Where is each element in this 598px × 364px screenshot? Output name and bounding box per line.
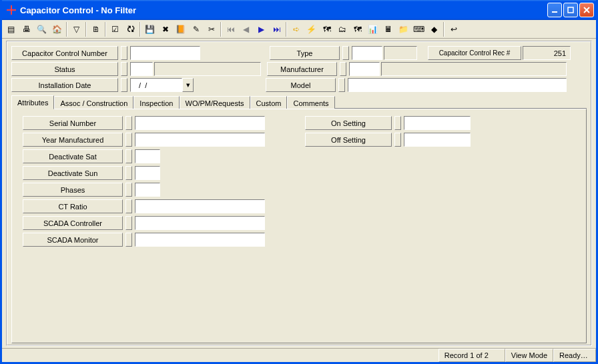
label-ct-ratio: CT Ratio	[23, 199, 123, 213]
label-off-setting: Off Setting	[305, 133, 392, 147]
input-scada-monitor[interactable]	[135, 233, 265, 247]
tab-wo-pm-requests[interactable]: WO/PM/Requests	[180, 96, 250, 109]
label-model: Model	[266, 78, 336, 92]
lookup-button[interactable]	[342, 46, 349, 60]
tab-inspection[interactable]: Inspection	[133, 96, 179, 109]
minimize-button[interactable]	[547, 3, 562, 17]
toolbar-calc-icon[interactable]: 🖩	[380, 22, 396, 37]
toolbar-chart-icon[interactable]: 📊	[365, 22, 380, 37]
display-manufacturer-name	[381, 62, 567, 76]
toolbar-folder-icon[interactable]: 📁	[396, 22, 411, 37]
tabbar: Attributes Assoc / Construction Inspecti…	[11, 95, 587, 109]
chevron-down-icon[interactable]: ▾	[182, 78, 194, 92]
input-ct-ratio[interactable]	[135, 199, 265, 213]
toolbar-tree-icon[interactable]: 🗂	[334, 22, 350, 37]
svg-line-4	[584, 7, 589, 13]
lookup-button[interactable]	[121, 62, 127, 76]
status-record: Record 1 of 2	[438, 349, 505, 362]
input-off-setting[interactable]	[404, 133, 471, 147]
label-phases: Phases	[23, 183, 123, 197]
value-rec-number: 251	[523, 46, 571, 60]
lookup-button[interactable]	[394, 116, 401, 130]
lookup-button[interactable]	[125, 216, 132, 230]
toolbar-form-icon[interactable]: ☑	[107, 22, 123, 37]
toolbar-help-icon[interactable]: ◆	[426, 22, 442, 37]
toolbar-cut-icon[interactable]: ✂	[204, 22, 219, 37]
label-scada-monitor: SCADA Monitor	[23, 233, 123, 247]
toolbar-first-icon[interactable]: ⏮	[223, 22, 238, 37]
toolbar-book-icon[interactable]: 📙	[173, 22, 188, 37]
toolbar-keyboard-icon[interactable]: ⌨	[411, 22, 426, 37]
main-frame: Capacitor Control Number Type Capacitor …	[6, 41, 592, 346]
close-button[interactable]	[579, 3, 594, 17]
lookup-button[interactable]	[125, 116, 132, 130]
toolbar-last-icon[interactable]: ⏭	[269, 22, 284, 37]
lookup-button[interactable]	[340, 62, 346, 76]
toolbar-home-dd-icon[interactable]: 🏠	[49, 22, 65, 37]
tab-pane-attributes: Serial Number Year Manufactured Deactiva…	[11, 109, 587, 343]
tab-attributes[interactable]: Attributes	[11, 95, 54, 109]
lookup-button[interactable]	[121, 78, 127, 92]
label-installation-date: Installation Date	[11, 78, 118, 92]
toolbar-search-icon[interactable]: 🔍	[34, 22, 49, 37]
lookup-button[interactable]	[125, 166, 132, 180]
input-status-code[interactable]	[130, 62, 153, 76]
toolbar-delete-icon[interactable]: ✖	[158, 22, 173, 37]
input-deactivate-sun[interactable]	[135, 166, 160, 180]
input-type-code[interactable]	[352, 46, 382, 60]
label-rec-number: Capacitor Control Rec #	[428, 46, 521, 60]
lookup-button[interactable]	[125, 183, 132, 197]
toolbar-exit-icon[interactable]: ↩	[446, 22, 461, 37]
toolbar-map1-icon[interactable]: 🗺	[319, 22, 334, 37]
toolbar-goto-icon[interactable]: ➪	[288, 22, 304, 37]
client-area: Capacitor Control Number Type Capacitor …	[2, 39, 596, 348]
toolbar-save-icon[interactable]: 💾	[142, 22, 158, 37]
input-phases[interactable]	[135, 183, 160, 197]
lookup-button[interactable]	[125, 133, 132, 147]
label-deactivate-sat: Deactivate Sat	[23, 149, 123, 163]
label-manufacturer: Manufacturer	[267, 62, 337, 76]
svg-rect-3	[568, 7, 573, 13]
tab-assoc-construction[interactable]: Assoc / Construction	[54, 96, 133, 109]
input-scada-controller[interactable]	[135, 216, 265, 230]
toolbar-print-icon[interactable]: 🖶	[19, 22, 34, 37]
input-deactivate-sat[interactable]	[135, 149, 160, 163]
toolbar: ▤ 🖶 🔍 🏠 ▽ 🗎 ☑ 🗘 💾 ✖ 📙 ✎ ✂ ⏮ ◀ ▶ ⏭ ➪ ⚡ 🗺 …	[2, 20, 596, 39]
status-ready: Ready…	[553, 349, 596, 362]
input-model[interactable]	[348, 78, 567, 92]
app-window: Capacitor Control - No Filter ▤ 🖶 🔍 🏠 ▽ …	[0, 0, 598, 364]
maximize-button[interactable]	[563, 3, 578, 17]
input-capacitor-control-number[interactable]	[130, 46, 200, 60]
window-title: Capacitor Control - No Filter	[20, 5, 547, 15]
toolbar-prev-icon[interactable]: ◀	[238, 22, 254, 37]
lookup-button[interactable]	[338, 78, 345, 92]
lookup-button[interactable]	[125, 233, 132, 247]
label-scada-controller: SCADA Controller	[23, 216, 123, 230]
toolbar-map2-icon[interactable]: 🗺	[350, 22, 365, 37]
toolbar-refresh-icon[interactable]: 🗘	[123, 22, 138, 37]
toolbar-filter-icon[interactable]: ▽	[69, 22, 84, 37]
label-deactivate-sun: Deactivate Sun	[23, 166, 123, 180]
lookup-button[interactable]	[125, 199, 132, 213]
display-status-name	[154, 62, 261, 76]
input-serial-number[interactable]	[135, 116, 265, 130]
lookup-button[interactable]	[394, 133, 401, 147]
input-year-manufactured[interactable]	[135, 133, 265, 147]
input-manufacturer-code[interactable]	[349, 62, 380, 76]
toolbar-next-icon[interactable]: ▶	[254, 22, 269, 37]
tab-custom[interactable]: Custom	[250, 96, 288, 109]
lookup-button[interactable]	[125, 149, 132, 163]
toolbar-edit-icon[interactable]: ✎	[188, 22, 204, 37]
statusbar: Record 1 of 2 View Mode Ready…	[2, 348, 596, 362]
toolbar-grid-icon[interactable]: ▤	[3, 22, 19, 37]
input-on-setting[interactable]	[404, 116, 471, 130]
svg-rect-2	[552, 11, 557, 13]
tab-comments[interactable]: Comments	[287, 96, 334, 109]
toolbar-page-dd-icon[interactable]: 🗎	[88, 22, 103, 37]
app-icon	[6, 5, 17, 15]
label-serial-number: Serial Number	[23, 116, 123, 130]
lookup-button[interactable]	[121, 46, 127, 60]
title-buttons	[547, 3, 594, 17]
toolbar-flash-icon[interactable]: ⚡	[304, 22, 319, 37]
input-installation-date[interactable]: ▾	[130, 78, 194, 92]
